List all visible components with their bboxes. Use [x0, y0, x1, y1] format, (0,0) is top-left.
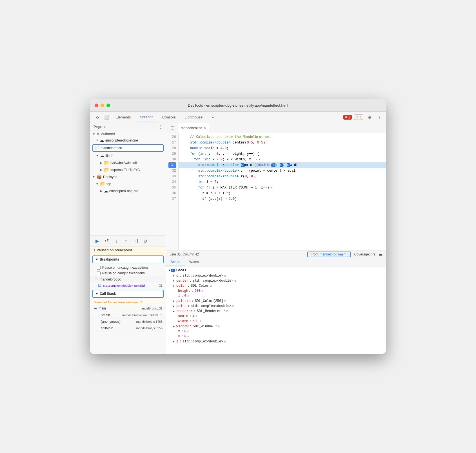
scope-colon: : [181, 329, 183, 333]
expand-icon: ▶ [173, 304, 175, 308]
more-icon[interactable]: ⋮ [376, 113, 384, 121]
frame-location-callmain: mandelbrot.js:9256 [136, 326, 163, 330]
device-icon[interactable]: ⬜ [103, 113, 110, 121]
scope-key-scale: scale [178, 314, 188, 318]
warn-count: 5 [360, 116, 361, 119]
scope-type-z: std::complex<double> [183, 340, 223, 344]
frame-smain[interactable]: $main mandelbrot.wasm:0x4118 ⚠ [90, 312, 166, 319]
scope-key-window: window [176, 324, 188, 328]
scope-key-width: width [178, 319, 188, 323]
frame-main[interactable]: ➡ main mandelbrot.cc:31 [90, 305, 166, 312]
inspect-icon[interactable]: ⊹ [94, 113, 101, 121]
line-num-32: 32 [168, 168, 176, 174]
scope-item-x[interactable]: x : 0 ⊞ [166, 329, 386, 334]
sidebar-item-bsw[interactable]: ▶ 📁 b/s/w/ir/x/w/install [90, 159, 166, 166]
tab-lighthouse[interactable]: Lighthouse [181, 113, 207, 121]
deactivate-button[interactable]: ⊘ [141, 237, 149, 245]
scope-item-width[interactable]: width : 600 ⊞ [166, 319, 386, 324]
scope-colon: : [194, 309, 196, 313]
tab-more[interactable]: » [208, 113, 217, 121]
devtools-mode-icons: ⊹ ⬜ [94, 113, 110, 121]
maximize-button[interactable] [106, 104, 110, 107]
sidebar-item-deployed[interactable]: ▼ 📦 Deployed [90, 173, 166, 180]
scope-item-point[interactable]: ▶ point : std::complex<double> ⊞ [166, 304, 386, 309]
close-button[interactable] [95, 104, 98, 107]
sidebar-toggle-icon[interactable]: ☰ [168, 124, 176, 132]
tab-console[interactable]: Console [158, 113, 180, 121]
pause-uncaught-checkbox[interactable] [97, 266, 101, 270]
sidebar-item-emscripten-deployed[interactable]: ▶ ☁ emscripten-dbg-sto [90, 187, 166, 194]
step-out-button[interactable]: ↑ [122, 237, 130, 245]
scope-item-window[interactable]: ▶ window : SDL_Window * ⊞ [166, 324, 386, 329]
code-text-27: std::complex<double> center(0.5, 0.5); [182, 140, 267, 145]
call-stack-header[interactable]: ▼ Call Stack [92, 290, 164, 298]
tab-scope[interactable]: Scope [166, 258, 185, 266]
scope-colon: : [191, 289, 193, 293]
memory-icon: ⊞ [232, 304, 234, 308]
scope-item-z[interactable]: ▶ z : std::complex<double> ⊞ [166, 339, 386, 344]
sidebar-item-tmp[interactable]: ▶ 📁 tmp/tmp.ELcTq2YC [90, 166, 166, 173]
scope-item-c[interactable]: ▶ c : std::complex<double> ⊞ [166, 273, 386, 278]
frame-anonymous[interactable]: (anonymous) mandelbrot.js:1488 [90, 319, 166, 325]
memory-icon: ⊞ [188, 294, 189, 298]
scope-item-renderer[interactable]: ▶ renderer : SDL_Renderer * ⊞ [166, 309, 386, 314]
scope-item-height[interactable]: height : 600 ⊞ [166, 288, 386, 293]
sidebar-item-mandelbrot-cc[interactable]: 📄 mandelbrot.cc [92, 144, 164, 152]
sidebar-item-authored[interactable]: ▼ <> Authored [90, 131, 166, 137]
scope-type-point: std::complex<double> [191, 304, 231, 308]
step-back-button[interactable]: →| [132, 237, 139, 245]
scope-item-y[interactable]: y : 0 ⊞ [166, 334, 386, 339]
file-tab-close[interactable]: ✕ [204, 126, 206, 129]
scope-key-height: height [178, 289, 190, 293]
sidebar-file-label: file:// [105, 154, 112, 158]
scope-key-point: point [176, 304, 186, 308]
scope-item-center[interactable]: ▶ center : std::complex<double> ⊞ [166, 278, 386, 283]
resume-button[interactable]: ▶ [94, 237, 101, 245]
scope-item-scale[interactable]: scale : 4 ⊞ [166, 314, 386, 319]
pause-uncaught-item[interactable]: Pause on uncaught exceptions [90, 265, 166, 270]
memory-icon: ⊞ [218, 325, 220, 328]
line-num-30: 30 [168, 157, 176, 162]
error-count-badge[interactable]: ✖ 1 [343, 115, 352, 120]
sidebar-item-top[interactable]: ▼ 📁 top [90, 180, 166, 187]
expand-icon: ▶ [173, 299, 175, 303]
sidebar-more-icon[interactable]: » [104, 125, 106, 129]
scope-value-x: 0 [184, 329, 186, 333]
scope-type-palette: SDL_Color[256] [195, 299, 223, 303]
file-tab-mandelbrot[interactable]: mandelbrot.cc ✕ [178, 123, 209, 133]
from-wasm-link[interactable]: mandelbrot.wasm [320, 252, 346, 256]
pause-caught-checkbox[interactable] [97, 272, 101, 275]
tab-sources[interactable]: Sources [136, 113, 157, 121]
sidebar-item-emscripten[interactable]: ▼ ☁ emscripten-dbg-storie [90, 137, 166, 144]
error-icon: ✖ [345, 115, 348, 119]
bp-file-mandelbrot[interactable]: 📄 mandelbrot.cc [90, 276, 166, 282]
line-num-29: 29 [168, 151, 176, 157]
frame-callmain[interactable]: callMain mandelbrot.js:9256 [90, 325, 166, 331]
scope-key-i: i [178, 294, 180, 298]
step-over-button[interactable]: ↺ [103, 237, 110, 245]
memory-icon: ⊞ [202, 289, 203, 293]
scope-colon: : [188, 284, 190, 288]
scope-tabs: Scope Watch [166, 258, 386, 266]
code-line-31: std::complex<double> ▷point((double)▷x ▷… [179, 162, 386, 168]
status-bar: Line 31, Column 42 (From mandelbrot.wasm… [166, 250, 386, 258]
scope-item-i[interactable]: i : 0 ⊞ [166, 293, 386, 299]
minimize-button[interactable] [101, 104, 104, 107]
settings-icon[interactable]: ⚙ [366, 113, 373, 121]
bp-entry-1[interactable]: ☑ std::complex<double> point((d... 31 [90, 282, 166, 288]
scope-local-header[interactable]: ▼ L Local [166, 268, 386, 273]
tab-watch[interactable]: Watch [185, 258, 203, 266]
sidebar-menu-icon[interactable]: ⋮ [159, 125, 163, 129]
scope-value-width: 600 [192, 319, 199, 323]
scope-value-height: 600 [194, 289, 201, 293]
scope-item-color[interactable]: ▶ color : SDL_Color ⊞ [166, 283, 386, 288]
scope-item-palette[interactable]: ▶ palette : SDL_Color[256] ⊞ [166, 299, 386, 304]
pause-caught-item[interactable]: Pause on caught exceptions [90, 270, 166, 276]
error-count: 1 [348, 116, 350, 119]
step-into-button[interactable]: ↓ [113, 237, 120, 245]
tab-elements[interactable]: Elements [112, 113, 135, 121]
breakpoints-header[interactable]: ▼ Breakpoints [92, 255, 164, 263]
scope-type-color: SDL_Color [191, 284, 209, 288]
warn-count-badge[interactable]: ⚠ 5 [354, 115, 363, 120]
sidebar-item-file[interactable]: ▼ ☁ file:// [90, 152, 166, 159]
